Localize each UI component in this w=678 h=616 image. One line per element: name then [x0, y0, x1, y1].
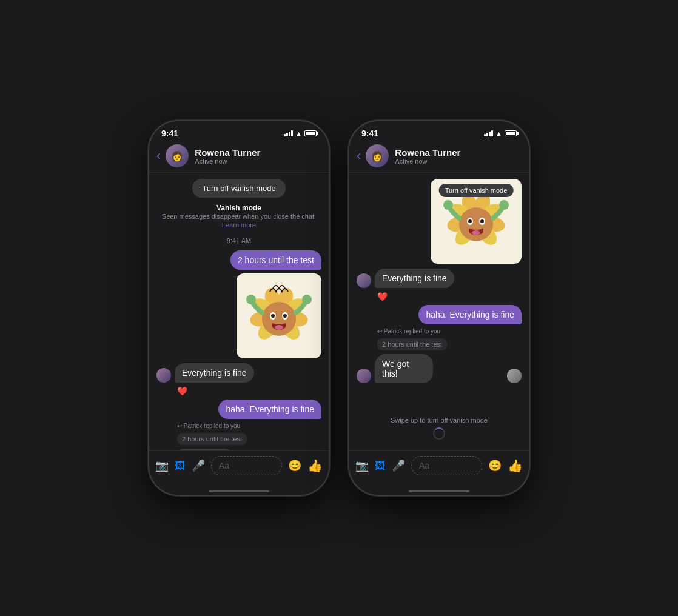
svg-point-13: [283, 314, 287, 318]
avatar-1: 👩: [166, 144, 189, 167]
msg-recv-2-2: We got this!: [375, 354, 433, 383]
chat-input-bar-1: 📷 🖼 🎤 Aa 😊 👍: [149, 450, 329, 487]
status-bar-1: 9:41 ▲: [149, 121, 329, 141]
svg-point-16: [275, 325, 283, 330]
avatar-2: 👩: [366, 144, 389, 167]
msg-recv-1: Everything is fine: [175, 363, 254, 383]
signal-bars-2: [484, 130, 493, 136]
like-button-1[interactable]: 👍: [307, 458, 323, 473]
like-button-2[interactable]: 👍: [508, 458, 523, 473]
sticker-svg-1: [243, 280, 315, 352]
contact-name-2: Rowena Turner: [395, 147, 522, 158]
reply-label-2: ↩ Patrick replied to you: [377, 328, 522, 335]
msg-recv-2-1: Everything is fine: [375, 269, 454, 288]
signal-bar-3: [289, 132, 290, 136]
battery-fill-2: [506, 132, 515, 135]
vanish-info-1: Vanish mode Seen messages disappear when…: [156, 204, 321, 229]
image-icon-2[interactable]: 🖼: [375, 460, 386, 472]
loading-spinner-2: [433, 427, 445, 440]
signal-bar-2: [286, 133, 288, 136]
svg-point-12: [271, 314, 275, 318]
svg-point-9: [262, 302, 296, 336]
home-indicator-1: [209, 490, 269, 492]
avatar-img-2: 👩: [366, 144, 389, 167]
msg-row-recv-2-1: Everything is fine: [357, 269, 522, 288]
heart-reaction-1: ❤️: [177, 386, 321, 396]
emoji-button-2[interactable]: 😊: [488, 459, 502, 472]
signal-bar-2-2: [486, 133, 488, 136]
swipe-up-container-2: Swipe up to turn off vanish mode: [357, 387, 522, 444]
vanish-learn-more-1[interactable]: Learn more: [156, 221, 321, 229]
svg-point-35: [472, 230, 480, 235]
msg-row-recv-2-2: We got this!: [357, 354, 522, 383]
status-icons-2: ▲: [484, 130, 517, 137]
reply-quote-2: 2 hours until the test: [377, 338, 447, 350]
chat-header-2: ‹ 👩 Rowena Turner Active now: [349, 141, 529, 173]
phone-1: 9:41 ▲ ‹ 👩 Rowena Turner: [148, 120, 330, 496]
input-placeholder-1: Aa: [219, 461, 229, 470]
heart-reaction-2: ❤️: [377, 292, 522, 301]
signal-bar-4: [291, 130, 293, 136]
chat-input-bar-2: 📷 🖼 🎤 Aa 😊 👍: [349, 450, 529, 487]
svg-point-17: [246, 295, 256, 304]
svg-point-37: [499, 200, 509, 210]
wifi-icon-1: ▲: [295, 130, 302, 137]
signal-bar-2-4: [491, 130, 493, 136]
time-2: 9:41: [361, 129, 378, 138]
small-avatar-2-2: [357, 369, 371, 383]
active-status-1: Active now: [195, 158, 321, 165]
msg-sent-2: haha. Everything is fine: [218, 400, 321, 419]
mic-icon-1[interactable]: 🎤: [192, 459, 205, 472]
seen-avatar-2: [507, 369, 522, 383]
chat-area-1[interactable]: Turn off vanish mode Vanish mode Seen me…: [149, 173, 329, 450]
avatar-img-1: 👩: [166, 144, 189, 167]
reply-label-1: ↩ Patrick replied to you: [177, 423, 321, 429]
input-placeholder-2: Aa: [419, 461, 429, 470]
header-info-1: Rowena Turner Active now: [195, 147, 321, 165]
chat-area-2[interactable]: Turn off vanish mode Everything is fine …: [349, 173, 529, 450]
signal-bar-1: [284, 134, 286, 136]
camera-icon-2[interactable]: 📷: [355, 459, 369, 472]
sticker-1: [237, 273, 321, 358]
swipe-up-label-2: Swipe up to turn off vanish mode: [391, 414, 488, 425]
vanish-btn-overlay-2[interactable]: Turn off vanish mode: [439, 184, 514, 197]
battery-icon-2: [505, 130, 517, 136]
phone-2: 9:41 ▲ ‹ 👩 Rowena Turner: [348, 120, 530, 496]
chat-header-1: ‹ 👩 Rowena Turner Active now: [149, 141, 329, 173]
svg-point-28: [459, 207, 493, 241]
back-button-1[interactable]: ‹: [156, 148, 161, 164]
sticker-with-overlay-2: Turn off vanish mode: [431, 179, 522, 265]
svg-point-36: [443, 200, 453, 210]
emoji-button-1[interactable]: 😊: [288, 459, 301, 472]
signal-bars-1: [284, 130, 293, 136]
timestamp-1: 9:41 AM: [156, 237, 321, 244]
text-input-1[interactable]: Aa: [211, 456, 282, 475]
mic-icon-2[interactable]: 🎤: [392, 459, 405, 472]
vanish-mode-button-1[interactable]: Turn off vanish mode: [192, 179, 285, 198]
small-avatar-1: [156, 368, 171, 383]
msg-row-sent-2-1: haha. Everything is fine: [357, 305, 522, 324]
msg-row-recv-1: Everything is fine: [156, 363, 321, 383]
msg-sticker-row-1: [156, 273, 321, 360]
back-button-2[interactable]: ‹: [357, 148, 361, 164]
svg-point-31: [468, 219, 472, 223]
svg-point-32: [480, 219, 484, 223]
image-icon-1[interactable]: 🖼: [175, 460, 186, 472]
msg-row-sent-1: 2 hours until the test: [156, 250, 321, 270]
active-status-2: Active now: [395, 158, 522, 165]
svg-point-18: [302, 295, 312, 304]
battery-fill-1: [306, 132, 315, 135]
msg-sent-2-1: haha. Everything is fine: [418, 305, 522, 324]
camera-icon-1[interactable]: 📷: [155, 459, 169, 472]
status-bar-2: 9:41 ▲: [349, 121, 529, 141]
msg-row-sent-2: haha. Everything is fine: [156, 400, 321, 419]
battery-icon-1: [304, 130, 317, 136]
contact-name-1: Rowena Turner: [195, 147, 321, 158]
time-1: 9:41: [161, 129, 178, 138]
phones-container: 9:41 ▲ ‹ 👩 Rowena Turner: [148, 120, 530, 496]
home-indicator-2: [409, 490, 469, 492]
status-icons-1: ▲: [284, 130, 317, 137]
small-avatar-2-1: [357, 273, 371, 288]
text-input-2[interactable]: Aa: [411, 456, 482, 475]
svg-point-34: [469, 225, 483, 230]
